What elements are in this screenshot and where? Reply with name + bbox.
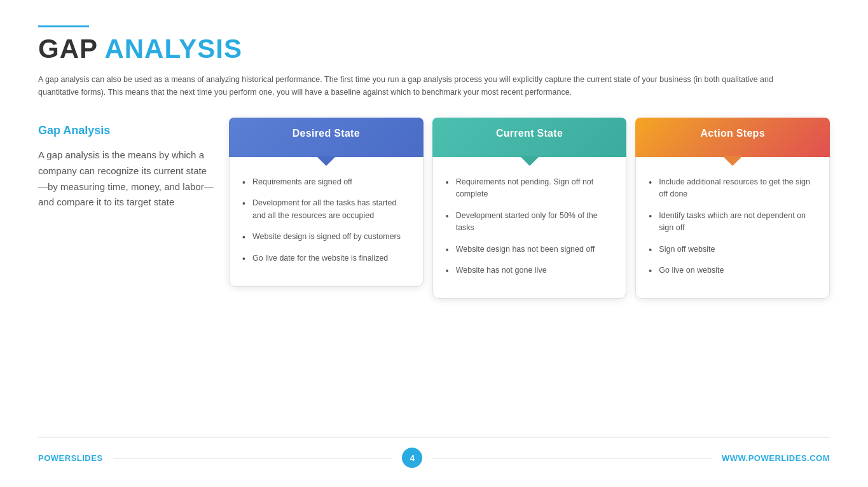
card-action-body: Include additional resources to get the … [635, 157, 830, 299]
footer-line-right [432, 458, 712, 458]
left-panel: Gap Analysis A gap analysis is the means… [38, 118, 216, 210]
card-current-body: Requirements not pending. Sign off not c… [432, 157, 627, 299]
card-desired-body: Requirements are signed off Development … [229, 157, 424, 287]
list-item: Website has not gone live [446, 264, 614, 277]
list-item: Development started only for 50% of the … [446, 210, 614, 235]
left-panel-body: A gap analysis is the means by which a c… [38, 147, 216, 210]
card-current-state: Current State Requirements not pending. … [432, 118, 627, 299]
card-desired-header: Desired State [229, 118, 424, 157]
list-item: Website design has not been signed off [446, 244, 614, 256]
left-panel-title: Gap Analysis [38, 124, 216, 137]
card-action-header: Action Steps [635, 118, 830, 157]
title-analysis: ANALYSIS [104, 34, 242, 64]
footer: POWERSLIDES 4 WWW.POWERLIDES.COM [38, 437, 830, 468]
list-item: Identify tasks which are not dependent o… [649, 210, 816, 235]
card-current-header: Current State [432, 118, 627, 157]
header-accent-bar [38, 25, 89, 27]
current-list: Requirements not pending. Sign off not c… [446, 176, 614, 277]
list-item: Requirements not pending. Sign off not c… [446, 176, 614, 201]
card-desired-title: Desired State [293, 128, 360, 139]
page-title: GAP ANALYSIS [38, 34, 830, 64]
list-item: Go live date for the website is finalize… [242, 252, 410, 264]
page: GAP ANALYSIS A gap analysis can also be … [0, 0, 868, 487]
cards-container: Desired State Requirements are signed of… [229, 118, 830, 299]
list-item: Include additional resources to get the … [649, 176, 816, 201]
list-item: Go live on website [649, 264, 816, 277]
action-list: Include additional resources to get the … [649, 176, 816, 277]
list-item: Requirements are signed off [242, 176, 410, 188]
list-item: Development for all the tasks has starte… [242, 197, 410, 222]
subtitle-text: A gap analysis can also be used as a mea… [38, 73, 801, 99]
list-item: Sign off website [649, 244, 816, 256]
list-item: Website design is signed off by customer… [242, 231, 410, 243]
main-content: Gap Analysis A gap analysis is the means… [38, 118, 830, 430]
footer-brand: POWERSLIDES [38, 453, 103, 463]
card-action-title: Action Steps [700, 128, 764, 139]
footer-brand-light: SLIDES [71, 453, 103, 463]
footer-line-left [113, 458, 392, 458]
footer-page-number: 4 [402, 448, 422, 468]
footer-brand-dark: POWER [38, 453, 71, 463]
footer-url: WWW.POWERLIDES.COM [722, 453, 830, 463]
desired-list: Requirements are signed off Development … [242, 176, 410, 264]
title-gap: GAP [38, 34, 97, 64]
card-action-steps: Action Steps Include additional resource… [635, 118, 830, 299]
card-desired-state: Desired State Requirements are signed of… [229, 118, 424, 287]
card-current-title: Current State [496, 128, 563, 139]
